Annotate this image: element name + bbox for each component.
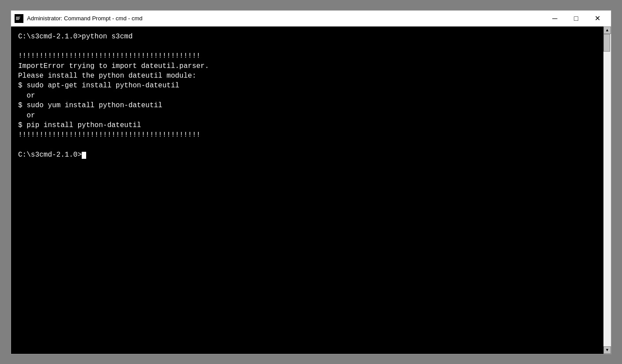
scrollbar[interactable]: ▲ ▼ [603,26,611,354]
window-controls: ─ □ ✕ [545,11,607,26]
terminal-cursor [82,152,86,159]
terminal-output[interactable]: C:\s3cmd-2.1.0>python s3cmd !!!!!!!!!!!!… [11,26,603,354]
svg-rect-1 [16,17,20,17]
svg-rect-2 [16,18,19,18]
scroll-up-button[interactable]: ▲ [603,26,611,34]
cmd-window: Administrator: Command Prompt - cmd - cm… [11,10,611,354]
window-title: Administrator: Command Prompt - cmd - cm… [27,15,545,22]
close-button[interactable]: ✕ [587,11,607,26]
svg-rect-3 [16,19,20,19]
svg-rect-4 [16,19,19,20]
maximize-button[interactable]: □ [566,11,586,26]
title-bar: Administrator: Command Prompt - cmd - cm… [11,11,611,26]
minimize-button[interactable]: ─ [545,11,565,26]
scroll-track [603,34,611,346]
scroll-thumb[interactable] [603,34,610,52]
scroll-down-button[interactable]: ▼ [603,346,611,354]
cmd-icon [15,14,23,23]
window-body: C:\s3cmd-2.1.0>python s3cmd !!!!!!!!!!!!… [11,26,611,354]
